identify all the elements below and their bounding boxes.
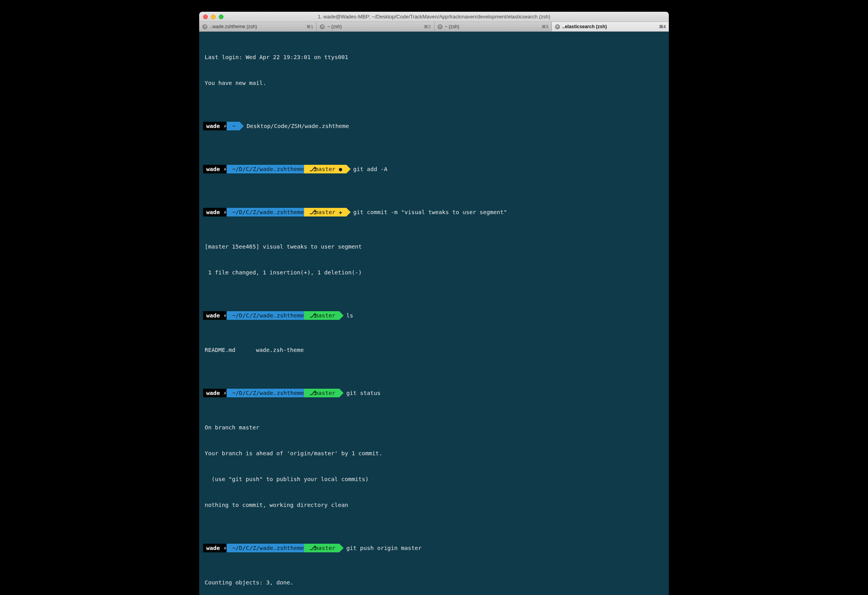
tab-label: ~ (zsh) — [327, 24, 342, 29]
path-segment: ~/D/C/Z/wade.zshtheme — [227, 311, 308, 320]
command-text: git add -A — [353, 165, 387, 173]
path-segment: ~/D/C/Z/wade.zshtheme — [227, 208, 308, 216]
output-line: On branch master — [203, 423, 665, 432]
branch-segment: ⎇master — [304, 311, 339, 320]
branch-segment: ⎇master — [304, 544, 339, 552]
tab-label: ~ (zsh) — [445, 24, 459, 29]
output-line: Your branch is ahead of 'origin/master' … — [203, 449, 665, 458]
tab-2[interactable]: ✕ ~ (zsh) ⌘2 — [317, 22, 434, 31]
window-title: 1. wade@Wades-MBP: ~/Desktop/Code/TrackM… — [199, 14, 669, 20]
prompt-line: wade ⚡ ~/D/C/Z/wade.zshtheme ⎇master ls — [203, 311, 665, 320]
output-line: nothing to commit, working directory cle… — [203, 501, 665, 509]
output-line: 1 file changed, 1 insertion(+), 1 deleti… — [203, 268, 665, 277]
prompt-line: wade ⚡ ~/D/C/Z/wade.zshtheme ⎇master git… — [203, 544, 665, 552]
tab-close-icon[interactable]: ✕ — [202, 24, 207, 29]
tab-3[interactable]: ✕ ~ (zsh) ⌘3 — [434, 22, 552, 31]
tab-shortcut: ⌘1 — [306, 24, 313, 29]
command-text: git commit -m "visual tweaks to user seg… — [353, 208, 507, 216]
tab-shortcut: ⌘4 — [659, 24, 666, 29]
branch-segment: ⎇master ✚ — [304, 208, 346, 216]
traffic-lights — [203, 14, 223, 19]
command-text: Desktop/Code/ZSH/wade.zshtheme — [247, 122, 349, 130]
tab-1[interactable]: ✕ ..wade.zshtheme (zsh) ⌘1 — [199, 22, 317, 31]
tab-close-icon[interactable]: ✕ — [320, 24, 325, 29]
output-line: Last login: Wed Apr 22 19:23:01 on ttys0… — [203, 53, 665, 61]
output-line: Counting objects: 3, done. — [203, 578, 665, 587]
branch-segment: ⎇master ● — [304, 165, 346, 173]
tab-label: ..elasticsearch (zsh) — [562, 24, 607, 29]
command-text: git status — [346, 389, 380, 397]
tab-shortcut: ⌘2 — [424, 24, 430, 29]
path-segment: ~/D/C/Z/wade.zshtheme — [227, 389, 308, 397]
minimize-icon[interactable] — [211, 14, 216, 19]
close-icon[interactable] — [203, 14, 208, 19]
command-text: git push origin master — [346, 544, 421, 552]
tab-4[interactable]: ✕ ..elasticsearch (zsh) ⌘4 — [552, 22, 669, 31]
prompt-line: wade ⚡ ~/D/C/Z/wade.zshtheme ⎇master ✚ g… — [203, 208, 665, 216]
output-line: README.md wade.zsh-theme — [203, 346, 665, 354]
tab-close-icon[interactable]: ✕ — [438, 24, 443, 29]
tab-label: ..wade.zshtheme (zsh) — [210, 24, 257, 29]
tab-close-icon[interactable]: ✕ — [555, 24, 560, 29]
git-branch-icon: ⎇ — [310, 208, 313, 216]
terminal-window: 1. wade@Wades-MBP: ~/Desktop/Code/TrackM… — [199, 12, 669, 595]
command-text: ls — [346, 311, 353, 320]
git-branch-icon: ⎇ — [310, 389, 313, 397]
git-branch-icon: ⎇ — [310, 544, 313, 552]
path-segment: ~/D/C/Z/wade.zshtheme — [227, 544, 308, 552]
tab-shortcut: ⌘3 — [542, 24, 548, 29]
terminal-body[interactable]: Last login: Wed Apr 22 19:23:01 on ttys0… — [199, 32, 669, 595]
git-branch-icon: ⎇ — [310, 165, 313, 173]
tabbar: ✕ ..wade.zshtheme (zsh) ⌘1 ✕ ~ (zsh) ⌘2 … — [199, 22, 669, 32]
zoom-icon[interactable] — [219, 14, 223, 19]
output-line: You have new mail. — [203, 79, 665, 87]
titlebar: 1. wade@Wades-MBP: ~/Desktop/Code/TrackM… — [199, 12, 669, 22]
prompt-line: wade ⚡ ~/D/C/Z/wade.zshtheme ⎇master ● g… — [203, 165, 665, 173]
prompt-line: wade ⚡ ~ Desktop/Code/ZSH/wade.zshtheme — [203, 122, 665, 130]
path-segment: ~ — [227, 122, 240, 130]
branch-segment: ⎇master — [304, 389, 339, 397]
prompt-line: wade ⚡ ~/D/C/Z/wade.zshtheme ⎇master git… — [203, 389, 665, 397]
output-line: (use "git push" to publish your local co… — [203, 475, 665, 483]
path-segment: ~/D/C/Z/wade.zshtheme — [227, 165, 308, 173]
git-branch-icon: ⎇ — [310, 311, 313, 320]
output-line: [master 15ee465] visual tweaks to user s… — [203, 242, 665, 251]
